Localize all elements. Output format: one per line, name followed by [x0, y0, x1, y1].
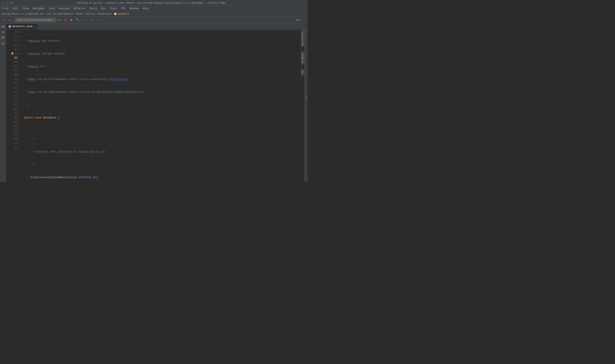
- window-title: thinking-in-spring - Autowire.java [Mave…: [13, 2, 289, 4]
- breadcrumb-jar[interactable]: spring-beans-5.2.2.RELEASE.jar: [2, 13, 44, 15]
- menu-bar: File Edit View Navigate Code Analyze Ref…: [0, 6, 308, 11]
- menu-tools[interactable]: Tools: [108, 7, 119, 11]
- java-file-icon: J: [9, 25, 11, 28]
- code-line-37: /**: [24, 137, 305, 141]
- code-line-34: */: [24, 103, 305, 107]
- right-panel-labels: RestfulTool Database Ant: [301, 30, 305, 76]
- code-line-39: */: [24, 163, 305, 167]
- tab-bar: J Autowire.java ✕: [6, 24, 308, 29]
- editor-wrapper: J Autowire.java ✕ 29 30 31 32 33 💡34 35 …: [6, 24, 308, 182]
- main-content: J Autowire.java ✕ 29 30 31 32 33 💡34 35 …: [0, 24, 308, 182]
- sidebar-commit[interactable]: [1, 30, 5, 35]
- tab-label: Autowire.java: [12, 25, 32, 28]
- menu-file[interactable]: File: [1, 7, 11, 11]
- breadcrumb-org[interactable]: org: [46, 13, 51, 15]
- git-commit[interactable]: ✓: [89, 17, 94, 23]
- breadcrumb-annotation[interactable]: annotation: [98, 13, 112, 15]
- line-numbers: 29 30 31 32 33 💡34 35 36 ≡37 38 39 40 41…: [6, 29, 18, 182]
- run-button[interactable]: ▶: [57, 17, 62, 23]
- svg-rect-0: [2, 26, 4, 28]
- toolbar-forward[interactable]: ▸: [7, 17, 12, 23]
- breadcrumb-beans[interactable]: beans: [76, 13, 83, 15]
- separator-1: [14, 18, 14, 22]
- menu-run[interactable]: Run: [99, 7, 107, 11]
- coverage-button[interactable]: ▶: [69, 17, 74, 23]
- code-editor[interactable]: 29 30 31 32 33 💡34 35 36 ≡37 38 39 40 41…: [6, 29, 308, 182]
- code-content[interactable]: * @author Rod Johnson * @author Juergen …: [22, 29, 305, 182]
- svg-rect-5: [2, 38, 2, 39]
- code-line-40: NO(AutowireCapableBeanFactory.AUTOWIRE_N…: [24, 175, 305, 180]
- menu-help[interactable]: Help: [141, 7, 150, 11]
- toolbar-back[interactable]: ◂: [1, 17, 6, 23]
- right-gutter: ✓: [305, 29, 308, 182]
- sidebar-project[interactable]: [1, 24, 5, 29]
- breadcrumb-bar: spring-beans-5.2.2.RELEASE.jar › org › s…: [0, 11, 308, 17]
- code-line-31: * @since 2.0: [24, 65, 305, 69]
- code-line-33: * @see org.springframework.beans.factory…: [24, 90, 305, 94]
- svg-marker-9: [1, 42, 4, 45]
- sidebar-favorites[interactable]: [1, 41, 5, 46]
- code-line-35: public enum Autowire {: [24, 116, 305, 120]
- run-config-dropdown[interactable]: BeanCreationExceptionDemo ▾: [15, 18, 56, 22]
- svg-point-1: [2, 32, 4, 33]
- tab-autowire[interactable]: J Autowire.java ✕: [6, 24, 38, 29]
- svg-rect-4: [2, 37, 2, 37]
- dropdown-arrow: ▾: [53, 19, 54, 21]
- debug-button[interactable]: 🐞: [63, 17, 68, 23]
- build-button[interactable]: 🔨: [75, 17, 80, 23]
- code-line-30: * @author Juergen Hoeller: [24, 52, 305, 56]
- menu-vcs[interactable]: VCS: [119, 7, 127, 11]
- breadcrumb-springframework[interactable]: springframework: [53, 13, 74, 15]
- title-bar: ─ □ ✕ thinking-in-spring - Autowire.java…: [0, 0, 308, 6]
- menu-view[interactable]: View: [21, 7, 30, 11]
- git-label: Git:: [296, 19, 302, 21]
- git-check2: ✓: [305, 19, 306, 21]
- git-update[interactable]: ↓: [83, 17, 88, 23]
- menu-analyze[interactable]: Analyze: [57, 7, 71, 11]
- code-line-38: * Constant that indicates no autowiring …: [24, 150, 305, 154]
- menu-window[interactable]: Window: [128, 7, 140, 11]
- code-line-29: * @author Rod Johnson: [24, 39, 305, 43]
- menu-navigate[interactable]: Navigate: [31, 7, 47, 11]
- close-button[interactable]: ✕: [10, 1, 13, 4]
- window-controls: ─ □ ✕: [2, 1, 13, 4]
- breadcrumb-autowire[interactable]: ⬤ Autowire: [114, 12, 129, 15]
- separator-3: [101, 18, 101, 22]
- menu-refactor[interactable]: Refactor: [71, 7, 87, 11]
- menu-build[interactable]: Build: [88, 7, 99, 11]
- git-check: ✓: [303, 19, 304, 21]
- check-mark: ✓: [305, 29, 307, 34]
- run-config-label: BeanCreationExceptionDemo: [17, 19, 52, 21]
- toolbar: ◂ ▸ BeanCreationExceptionDemo ▾ ▶ 🐞 ▶ 🔨 …: [0, 17, 308, 24]
- restful-tool-label[interactable]: RestfulTool: [301, 30, 305, 47]
- menu-code[interactable]: Code: [47, 7, 57, 11]
- git-push[interactable]: ↑: [95, 17, 100, 23]
- menu-edit[interactable]: Edit: [11, 7, 21, 11]
- code-line-32: * @see org.springframework.beans.factory…: [24, 77, 305, 81]
- sidebar-structure[interactable]: [1, 35, 5, 40]
- tab-close-button[interactable]: ✕: [34, 25, 35, 28]
- ant-label[interactable]: Ant: [301, 69, 305, 76]
- database-label[interactable]: Database: [301, 51, 305, 65]
- maximize-button[interactable]: □: [6, 1, 9, 4]
- left-sidebar: [0, 24, 6, 182]
- minimize-button[interactable]: ─: [2, 1, 5, 4]
- breadcrumb-factory[interactable]: factory: [85, 13, 95, 15]
- gutter-markers: ⊞ ⊟ ⊞ ⊟ ⊞ ⊟: [18, 29, 22, 182]
